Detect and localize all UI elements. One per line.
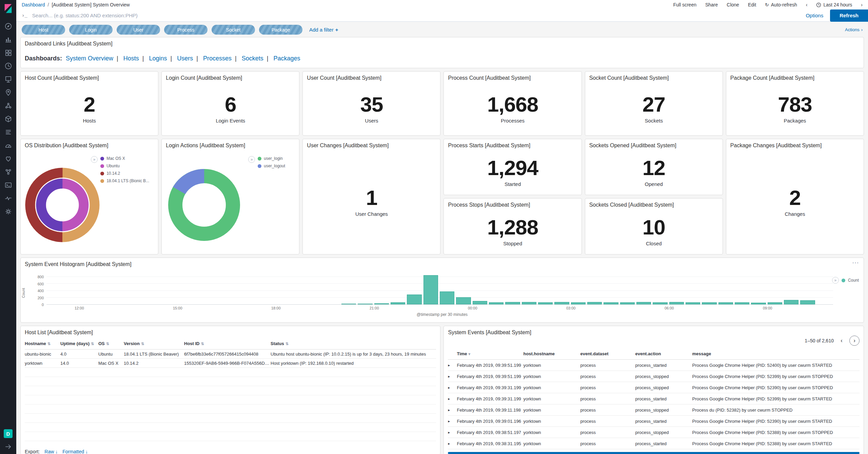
legend-item[interactable]: Mac OS X bbox=[100, 156, 155, 161]
time-back-icon[interactable]: ‹ bbox=[806, 2, 808, 7]
table-row[interactable]: yorktown 14.0 Mac OS X 10.14.2 155320EF-… bbox=[25, 359, 436, 368]
expand-row-icon[interactable]: ▸ bbox=[448, 419, 457, 423]
expand-row-icon[interactable]: ▸ bbox=[448, 385, 457, 390]
dev-tools-icon[interactable] bbox=[4, 181, 12, 189]
filter-pill-host[interactable]: Host bbox=[22, 25, 65, 35]
page-previous-icon[interactable]: ‹ bbox=[836, 336, 847, 346]
histogram-bar[interactable] bbox=[554, 302, 569, 304]
column-header-dataset[interactable]: event.dataset bbox=[580, 351, 635, 356]
expand-row-icon[interactable]: ▸ bbox=[448, 363, 457, 367]
column-header-time[interactable]: Time▾ bbox=[457, 351, 523, 356]
column-header-hostname[interactable]: Hostname⇅ bbox=[25, 341, 60, 346]
search-input[interactable] bbox=[32, 13, 799, 18]
breadcrumb-root[interactable]: Dashboard bbox=[22, 2, 45, 7]
table-row[interactable]: ▸February 4th 2019, 09:38:31.195yorktown… bbox=[448, 438, 860, 449]
legend-item[interactable]: user_login bbox=[258, 156, 296, 161]
time-forward-icon[interactable]: › bbox=[861, 2, 863, 7]
histogram-bar[interactable] bbox=[440, 291, 454, 304]
histogram-bar[interactable] bbox=[358, 304, 372, 304]
histogram-bar[interactable] bbox=[702, 302, 716, 304]
table-row[interactable]: ▸February 4th 2019, 09:38:51.197yorktown… bbox=[448, 427, 860, 438]
link-sockets[interactable]: Sockets bbox=[242, 55, 263, 62]
maps-icon[interactable] bbox=[4, 89, 12, 96]
logs-icon[interactable] bbox=[4, 128, 12, 136]
link-system-overview[interactable]: System Overview bbox=[66, 55, 113, 62]
dashboard-icon[interactable] bbox=[4, 49, 12, 57]
column-header-message[interactable]: message bbox=[692, 351, 860, 356]
histogram-bar[interactable] bbox=[407, 295, 421, 304]
filter-pill-package[interactable]: Package bbox=[259, 25, 302, 35]
refresh-button[interactable]: Refresh bbox=[830, 10, 868, 22]
link-hosts[interactable]: Hosts bbox=[123, 55, 139, 62]
histogram-bar[interactable] bbox=[686, 302, 700, 304]
histogram-bar[interactable] bbox=[391, 302, 405, 304]
filter-pill-user[interactable]: User bbox=[117, 25, 160, 35]
filter-pill-process[interactable]: Process bbox=[164, 25, 208, 35]
auto-refresh-button[interactable]: ↻ Auto-refresh bbox=[765, 2, 797, 7]
column-header-status[interactable]: Status⇅ bbox=[271, 341, 436, 346]
full-screen-button[interactable]: Full screen bbox=[673, 2, 696, 7]
column-header-hostname[interactable]: host.hostname bbox=[523, 351, 580, 356]
histogram-bar[interactable] bbox=[341, 304, 356, 304]
histogram-bar[interactable] bbox=[456, 297, 471, 304]
histogram-bar[interactable] bbox=[768, 302, 782, 304]
histogram-bar[interactable] bbox=[784, 300, 798, 304]
monitoring-icon[interactable] bbox=[4, 194, 12, 202]
actions-menu-button[interactable]: Actions› bbox=[845, 27, 863, 32]
histogram-bar[interactable] bbox=[718, 302, 733, 304]
expand-sidebar-icon[interactable] bbox=[4, 443, 12, 451]
uptime-icon[interactable] bbox=[4, 155, 12, 163]
panel-options-icon[interactable]: ⋯ bbox=[852, 259, 860, 267]
histogram-bar[interactable] bbox=[489, 302, 504, 304]
legend-item[interactable]: Ubuntu bbox=[100, 164, 155, 168]
column-header-hostid[interactable]: Host ID⇅ bbox=[184, 341, 271, 346]
expand-row-icon[interactable]: ▸ bbox=[448, 430, 457, 435]
column-header-version[interactable]: Version⇅ bbox=[124, 341, 184, 346]
histogram-bar[interactable] bbox=[473, 301, 487, 304]
visualize-icon[interactable] bbox=[4, 36, 12, 43]
expand-row-icon[interactable]: ▸ bbox=[448, 374, 457, 379]
os-distribution-donut[interactable] bbox=[23, 166, 101, 244]
kibana-logo-icon[interactable] bbox=[3, 3, 13, 14]
histogram-bar[interactable] bbox=[374, 303, 389, 304]
clone-button[interactable]: Clone bbox=[727, 2, 739, 7]
table-row[interactable]: ▸February 4th 2019, 09:39:31.199yorktown… bbox=[448, 393, 860, 404]
histogram-bar[interactable] bbox=[636, 302, 651, 304]
share-button[interactable]: Share bbox=[705, 2, 718, 7]
horizontal-scrollbar[interactable] bbox=[448, 452, 860, 454]
column-header-action[interactable]: event.action bbox=[635, 351, 692, 356]
legend-item[interactable]: 18.04.1 LTS (Bionic B... bbox=[100, 178, 155, 183]
table-row[interactable]: ▸February 4th 2019, 09:39:31.199yorktown… bbox=[448, 382, 860, 393]
filter-pill-socket[interactable]: Socket bbox=[212, 25, 255, 35]
login-actions-donut[interactable] bbox=[165, 166, 243, 244]
histogram-bar[interactable] bbox=[669, 302, 684, 304]
legend-item[interactable]: user_logout bbox=[258, 164, 296, 168]
histogram-bar[interactable] bbox=[751, 303, 766, 304]
space-avatar[interactable]: D bbox=[4, 429, 13, 438]
management-icon[interactable] bbox=[4, 208, 12, 215]
add-filter-button[interactable]: Add a filter+ bbox=[309, 27, 338, 33]
link-processes[interactable]: Processes bbox=[203, 55, 232, 62]
histogram-bar[interactable] bbox=[505, 302, 520, 304]
apm-icon[interactable] bbox=[4, 141, 12, 149]
infrastructure-icon[interactable] bbox=[4, 115, 12, 123]
link-logins[interactable]: Logins bbox=[149, 55, 167, 62]
histogram-bar[interactable] bbox=[735, 302, 749, 304]
histogram-bar[interactable] bbox=[538, 302, 553, 304]
edit-button[interactable]: Edit bbox=[748, 2, 756, 7]
export-formatted-link[interactable]: Formatted ↓ bbox=[62, 449, 88, 454]
expand-row-icon[interactable]: ▸ bbox=[448, 408, 457, 412]
histogram-bar[interactable] bbox=[620, 302, 635, 304]
filter-pill-login[interactable]: Login bbox=[69, 25, 113, 35]
histogram-bar[interactable] bbox=[571, 302, 586, 304]
table-row[interactable]: ubuntu-bionic 4.0 Ubuntu 18.04.1 LTS (Bi… bbox=[25, 349, 436, 359]
table-row[interactable]: ▸February 4th 2019, 09:39:51.199yorktown… bbox=[448, 371, 860, 382]
legend-toggle-icon[interactable]: » bbox=[248, 156, 255, 163]
expand-row-icon[interactable]: ▸ bbox=[448, 397, 457, 401]
graph-icon[interactable] bbox=[4, 168, 12, 176]
page-next-icon[interactable]: › bbox=[849, 336, 860, 346]
histogram-bar[interactable] bbox=[800, 300, 815, 304]
histogram-bar[interactable] bbox=[604, 302, 618, 304]
column-header-uptime[interactable]: Uptime (days)⇅ bbox=[60, 341, 98, 346]
timelion-icon[interactable] bbox=[4, 62, 12, 70]
